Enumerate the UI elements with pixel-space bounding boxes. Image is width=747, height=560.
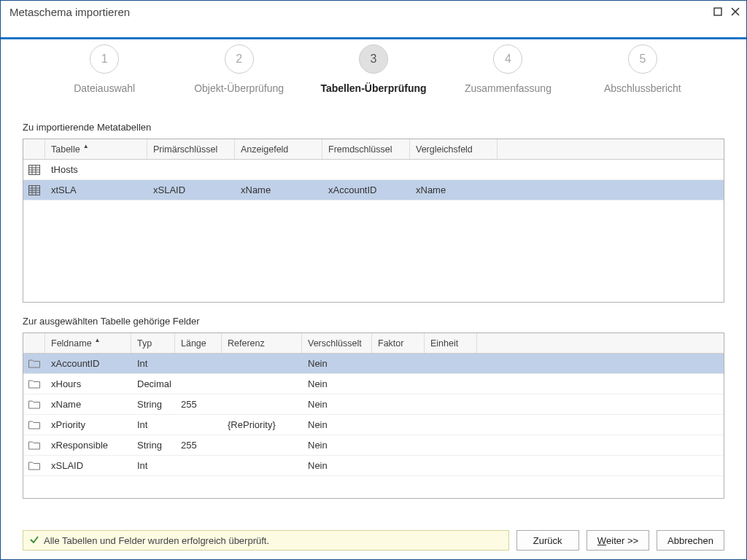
cell-feldname: xSLAID: [45, 457, 131, 474]
fields-section-label: Zur ausgewählten Tabelle gehörige Felder: [23, 316, 724, 327]
close-icon[interactable]: [730, 7, 740, 17]
step-label: Objekt-Überprüfung: [194, 82, 284, 94]
fields-header: Feldname▲ Typ Länge Referenz Verschlüsse…: [23, 333, 724, 354]
col-laenge[interactable]: Länge: [175, 333, 222, 353]
col-typ[interactable]: Typ: [131, 333, 175, 353]
window-title: Metaschema importieren: [7, 6, 713, 18]
cell-fk: [322, 167, 410, 173]
folder-icon: [23, 400, 45, 409]
cell-display: xName: [235, 182, 322, 198]
cell-pk: xSLAID: [147, 182, 235, 198]
col-verschluesselt[interactable]: Verschlüsselt: [302, 333, 372, 353]
col-tabelle[interactable]: Tabelle▲: [45, 139, 147, 159]
cell-verschluesselt: Nein: [302, 416, 372, 433]
cell-feldname: xHours: [45, 376, 131, 392]
content-area: Zu importierende Metatabellen Tabelle▲ P…: [1, 101, 746, 524]
cell-fill: [498, 167, 724, 173]
step-label: Zusammenfassung: [465, 82, 551, 94]
folder-icon: [23, 461, 45, 470]
cell-faktor: [372, 463, 425, 469]
cell-laenge: 255: [175, 396, 222, 413]
tables-section-label: Zu importierende Metatabellen: [23, 122, 724, 133]
tables-body[interactable]: tHostsxtSLAxSLAIDxNamexAccountIDxName: [23, 160, 724, 302]
fields-grid: Feldname▲ Typ Länge Referenz Verschlüsse…: [23, 332, 724, 499]
field-row[interactable]: xNameString255Nein: [23, 394, 724, 415]
sort-asc-icon: ▲: [83, 143, 89, 149]
field-row[interactable]: xSLAIDIntNein: [23, 456, 724, 476]
col-cmp[interactable]: Vergleichsfeld: [410, 139, 498, 159]
cell-cmp: [410, 167, 498, 173]
sort-asc-icon: ▲: [95, 337, 101, 343]
cell-faktor: [372, 381, 425, 387]
step-circle: 3: [359, 44, 388, 74]
tables-grid: Tabelle▲ Primärschlüssel Anzeigefeld Fre…: [23, 139, 724, 303]
titlebar: Metaschema importieren: [1, 1, 746, 23]
cell-typ: String: [131, 396, 175, 413]
cell-einheit: [425, 361, 477, 367]
cell-feldname: xAccountID: [45, 355, 131, 372]
col-fk[interactable]: Fremdschlüssel: [322, 139, 410, 159]
table-icon: [23, 185, 45, 195]
col-label: Feldname: [51, 338, 92, 349]
maximize-icon[interactable]: [713, 7, 723, 17]
cell-tabelle: xtSLA: [45, 182, 147, 198]
cancel-button[interactable]: Abbrechen: [657, 530, 724, 551]
folder-icon: [23, 440, 45, 450]
col-referenz[interactable]: Referenz: [222, 333, 302, 353]
col-icon[interactable]: [23, 139, 45, 159]
cell-faktor: [372, 361, 425, 367]
footer: Alle Tabellen und Felder wurden erfolgre…: [1, 524, 746, 559]
cell-laenge: [175, 381, 222, 387]
mnemonic: W: [597, 535, 606, 546]
cell-einheit: [425, 422, 477, 428]
step-circle: 2: [225, 44, 254, 74]
col-faktor[interactable]: Faktor: [372, 333, 425, 353]
cell-fill: [477, 422, 724, 428]
step-circle: 1: [90, 44, 119, 74]
wizard-stepper: 1 Dateiauswahl 2 Objekt-Überprüfung 3 Ta…: [1, 23, 746, 101]
cell-referenz: [222, 381, 302, 387]
cell-pk: [147, 167, 235, 173]
col-icon[interactable]: [23, 333, 45, 353]
cell-einheit: [425, 402, 477, 408]
col-einheit[interactable]: Einheit: [425, 333, 477, 353]
step-2: 2 Objekt-Überprüfung: [171, 44, 306, 94]
svg-rect-0: [714, 8, 721, 15]
status-bar: Alle Tabellen und Felder wurden erfolgre…: [23, 530, 509, 551]
cell-feldname: xResponsible: [45, 437, 131, 454]
col-pk[interactable]: Primärschlüssel: [147, 139, 235, 159]
back-button[interactable]: Zurück: [516, 530, 579, 551]
cell-laenge: [175, 422, 222, 428]
cell-verschluesselt: Nein: [302, 355, 372, 372]
cell-einheit: [425, 443, 477, 448]
btn-rest: eiter >>: [606, 535, 638, 546]
cell-feldname: xPriority: [45, 416, 131, 433]
tables-header: Tabelle▲ Primärschlüssel Anzeigefeld Fre…: [23, 139, 724, 160]
dialog-window: Metaschema importieren 1 Dateiauswahl 2 …: [0, 0, 747, 560]
table-row[interactable]: tHosts: [23, 160, 724, 180]
col-display[interactable]: Anzeigefeld: [235, 139, 322, 159]
cell-fill: [498, 187, 724, 193]
col-fill: [498, 139, 724, 159]
col-feldname[interactable]: Feldname▲: [45, 333, 131, 353]
step-3: 3 Tabellen-Überprüfung: [306, 44, 441, 94]
cell-typ: Int: [131, 416, 175, 433]
field-row[interactable]: xResponsibleString255Nein: [23, 435, 724, 456]
titlebar-buttons: [713, 7, 740, 17]
field-row[interactable]: xAccountIDIntNein: [23, 354, 724, 374]
next-button[interactable]: Weiter >>: [587, 530, 649, 551]
cell-feldname: xName: [45, 396, 131, 413]
cell-verschluesselt: Nein: [302, 437, 372, 454]
table-row[interactable]: xtSLAxSLAIDxNamexAccountIDxName: [23, 180, 724, 201]
cell-fill: [477, 443, 724, 448]
fields-body[interactable]: xAccountIDIntNeinxHoursDecimalNeinxNameS…: [23, 354, 724, 498]
cell-faktor: [372, 402, 425, 408]
field-row[interactable]: xPriorityInt{RePriority}Nein: [23, 415, 724, 435]
cell-referenz: [222, 443, 302, 448]
cell-referenz: [222, 361, 302, 367]
cell-cmp: xName: [410, 182, 498, 198]
cell-laenge: [175, 463, 222, 469]
folder-icon: [23, 379, 45, 389]
field-row[interactable]: xHoursDecimalNein: [23, 374, 724, 394]
folder-icon: [23, 420, 45, 429]
